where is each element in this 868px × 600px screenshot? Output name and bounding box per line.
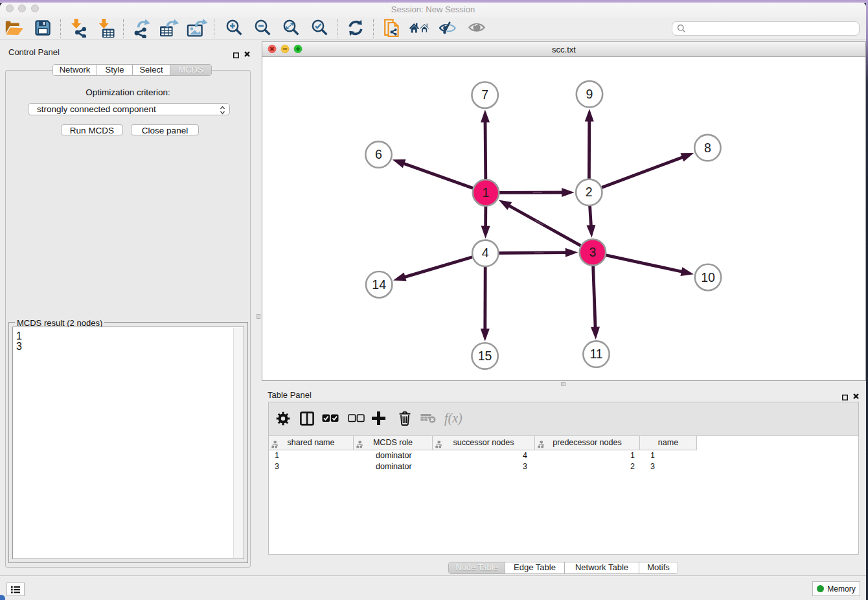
node-6[interactable]: 6 <box>365 141 391 167</box>
home-pair-button[interactable] <box>408 18 431 39</box>
vertical-split-handle[interactable] <box>257 314 260 319</box>
node-8[interactable]: 8 <box>694 135 720 161</box>
zoom-out-button[interactable] <box>251 18 275 39</box>
cell-MCDS-role[interactable]: dominator <box>354 461 433 472</box>
function-fx-button[interactable]: f(x) <box>444 409 465 430</box>
run-mcds-button[interactable]: Run MCDS <box>61 124 123 135</box>
zoom-selected-button[interactable] <box>308 18 332 39</box>
share-document-button[interactable] <box>380 18 404 39</box>
node-3[interactable]: 3 <box>580 239 606 265</box>
select-all-checkbox-button[interactable] <box>320 409 341 430</box>
tab-node-table[interactable]: Node Table <box>449 562 505 573</box>
trash-button[interactable] <box>394 409 415 430</box>
svg-text:14: 14 <box>372 277 386 292</box>
export-network-button[interactable] <box>130 18 154 39</box>
export-network-icon <box>132 17 152 40</box>
network-window-title: scc.txt <box>262 45 865 54</box>
cell-name[interactable]: 3 <box>640 461 697 472</box>
refresh-button[interactable] <box>344 18 367 39</box>
show-eye-button[interactable] <box>465 18 488 39</box>
save-button[interactable] <box>31 18 54 39</box>
node-7[interactable]: 7 <box>472 82 497 108</box>
node-14[interactable]: 14 <box>366 271 392 297</box>
edge-3-10[interactable] <box>593 252 694 276</box>
zoom-fit-icon <box>282 19 301 39</box>
destroy-table-button[interactable] <box>418 409 439 430</box>
toolbar-separator <box>123 19 124 38</box>
export-image-button[interactable] <box>186 18 209 39</box>
cell-shared-name[interactable]: 1 <box>269 450 354 461</box>
node-10[interactable]: 10 <box>695 264 721 290</box>
cell-predecessor-nodes[interactable]: 1 <box>535 450 640 461</box>
cell-name[interactable]: 1 <box>640 450 697 461</box>
gear-button[interactable] <box>273 409 293 430</box>
column-header-predecessor-nodes[interactable]: predecessor nodes <box>535 436 640 450</box>
node-1[interactable]: 1 <box>473 179 499 205</box>
open-folder-button[interactable] <box>3 18 26 39</box>
vertical-split-divider[interactable] <box>256 40 262 575</box>
column-label: successor nodes <box>453 438 514 447</box>
search-box[interactable] <box>672 21 860 36</box>
optimization-criterion-dropdown[interactable]: strongly connected component <box>28 103 230 115</box>
zoom-fit-button[interactable] <box>280 18 303 39</box>
search-input[interactable] <box>686 23 859 34</box>
cell-shared-name[interactable]: 3 <box>269 461 354 472</box>
import-table-button[interactable] <box>96 18 119 39</box>
edge-2-8[interactable] <box>589 153 694 192</box>
import-network-button[interactable] <box>67 18 91 39</box>
control-panel-float-icon[interactable] <box>233 49 239 61</box>
node-4[interactable]: 4 <box>472 240 498 266</box>
column-header-successor-nodes[interactable]: successor nodes <box>433 436 535 450</box>
table-panel-close-icon[interactable] <box>852 391 860 402</box>
zoom-in-button[interactable] <box>223 18 246 39</box>
network-view-window: scc.txt 7968124314101511 <box>262 41 866 381</box>
node-15[interactable]: 15 <box>472 343 497 369</box>
tab-network-table[interactable]: Network Table <box>565 562 639 573</box>
edge-3-1[interactable] <box>499 200 593 253</box>
horizontal-split-handle[interactable] <box>561 382 565 386</box>
svg-text:2: 2 <box>586 185 593 199</box>
network-canvas[interactable]: 7968124314101511 <box>262 57 865 380</box>
hide-eye-button[interactable] <box>436 18 459 39</box>
cell-successor-nodes[interactable]: 3 <box>433 461 535 472</box>
task-history-button[interactable] <box>6 583 25 596</box>
select-all-checkbox-icon <box>322 414 339 424</box>
table-row[interactable]: 3dominator323 <box>269 461 858 472</box>
control-panel: Control Panel NetworkStyleSelectMCDS Opt… <box>0 43 256 575</box>
edge-1-6[interactable] <box>393 159 486 192</box>
add-plus-button[interactable] <box>368 409 389 430</box>
close-panel-button[interactable]: Close panel <box>131 124 199 135</box>
horizontal-split-divider[interactable] <box>262 381 866 389</box>
tab-style[interactable]: Style <box>97 65 133 75</box>
split-columns-button[interactable] <box>297 409 317 430</box>
import-table-icon <box>98 18 117 40</box>
table-row[interactable]: 1dominator411 <box>269 450 858 461</box>
memory-button[interactable]: Memory <box>812 581 860 596</box>
column-header-MCDS-role[interactable]: MCDS role <box>354 436 433 450</box>
tab-select[interactable]: Select <box>133 65 170 75</box>
split-columns-icon <box>299 411 315 428</box>
node-9[interactable]: 9 <box>577 81 602 107</box>
node-11[interactable]: 11 <box>583 341 609 367</box>
tab-network[interactable]: Network <box>53 65 97 75</box>
app-title: Session: New Session <box>0 5 866 14</box>
tab-edge-table[interactable]: Edge Table <box>505 562 565 573</box>
control-panel-close-icon[interactable] <box>244 49 251 60</box>
column-header-shared-name[interactable]: shared name <box>269 436 354 450</box>
deselect-all-checkbox-button[interactable] <box>346 409 367 430</box>
export-table-button[interactable] <box>157 18 181 39</box>
node-2[interactable]: 2 <box>576 179 602 205</box>
home-pair-icon <box>409 19 431 38</box>
tab-motifs[interactable]: Motifs <box>639 562 678 573</box>
destroy-table-icon <box>420 413 436 425</box>
cell-predecessor-nodes[interactable]: 2 <box>535 461 640 472</box>
cell-MCDS-role[interactable]: dominator <box>354 450 433 461</box>
edge-4-14[interactable] <box>393 253 485 281</box>
cell-successor-nodes[interactable]: 4 <box>433 450 535 461</box>
tab-mcds[interactable]: MCDS <box>170 65 211 75</box>
result-scrollbar-track[interactable] <box>233 328 243 558</box>
column-header-name[interactable]: name <box>640 436 697 450</box>
mcds-result-textarea[interactable]: 13 <box>12 327 244 559</box>
main-toolbar <box>0 17 866 40</box>
task-list-icon <box>10 585 21 594</box>
